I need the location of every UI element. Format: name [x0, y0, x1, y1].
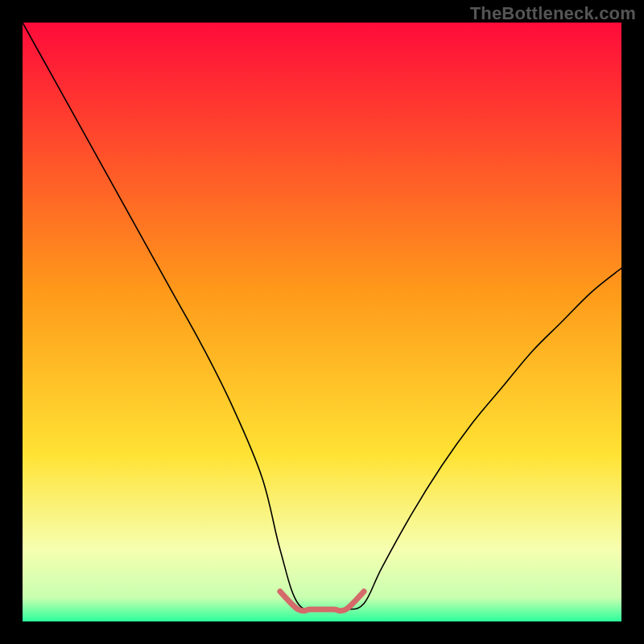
chart-frame: TheBottleneck.com	[0, 0, 644, 644]
watermark-text: TheBottleneck.com	[470, 3, 636, 24]
chart-background	[23, 23, 621, 621]
chart-svg	[23, 23, 621, 621]
chart-plot	[23, 23, 621, 621]
